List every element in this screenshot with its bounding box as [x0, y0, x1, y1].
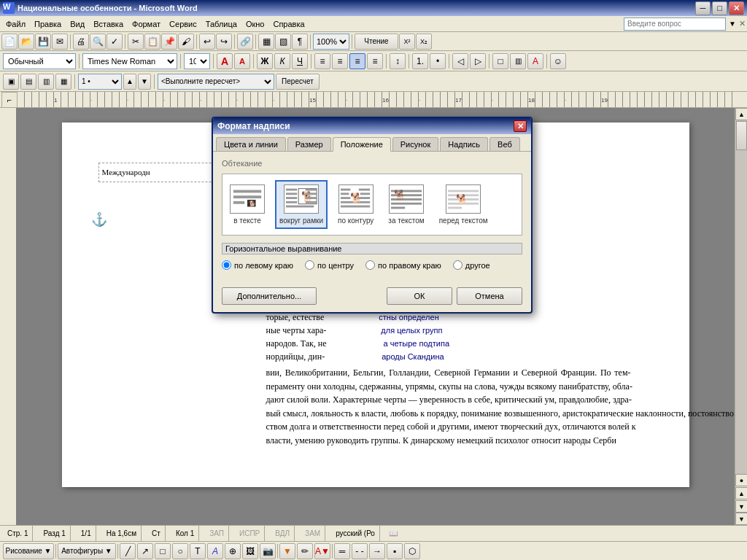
radio-other-label[interactable]: другое: [453, 260, 490, 270]
open-button[interactable]: 📂: [18, 34, 34, 50]
menu-table[interactable]: Таблица: [201, 18, 241, 30]
radio-right-label[interactable]: по правому краю: [365, 260, 441, 270]
extra-btn6[interactable]: ▼: [138, 74, 151, 90]
scroll-thumb[interactable]: [736, 121, 747, 150]
show-hide-button[interactable]: ¶: [292, 34, 308, 50]
indent-button[interactable]: ▷: [470, 53, 486, 69]
autoshapes-btn[interactable]: Автофигуры ▼: [58, 543, 116, 559]
align-center-button[interactable]: ≡: [332, 53, 348, 69]
radio-left-label[interactable]: по левому краю: [222, 260, 293, 270]
wrap-behind-text[interactable]: 🐕 за текстом: [384, 180, 428, 229]
align-left-button[interactable]: ≡: [314, 53, 330, 69]
align-right-button[interactable]: ≡: [349, 53, 365, 69]
close-button[interactable]: ✕: [729, 1, 744, 15]
scroll-track[interactable]: [735, 120, 747, 474]
tab-web[interactable]: Веб: [489, 137, 520, 151]
format-painter-button[interactable]: 🖌: [178, 34, 194, 50]
ok-button[interactable]: ОК: [387, 287, 452, 305]
line-btn[interactable]: ╱: [120, 543, 136, 559]
radio-center-label[interactable]: по центру: [305, 260, 354, 270]
table-button[interactable]: ▦: [258, 34, 274, 50]
radio-center[interactable]: [305, 260, 314, 270]
copy-button[interactable]: 📋: [144, 34, 160, 50]
outdent-button[interactable]: ◁: [452, 53, 468, 69]
cut-button[interactable]: ✂: [128, 34, 144, 50]
select-browse-object-button[interactable]: ●: [735, 474, 747, 486]
tab-size[interactable]: Размер: [287, 137, 331, 151]
font-size-select[interactable]: 10: [184, 53, 210, 69]
minimize-button[interactable]: ─: [695, 1, 711, 15]
drawing-menu-btn[interactable]: Рисование ▼: [3, 543, 54, 559]
print-preview-button[interactable]: 🔍: [90, 34, 106, 50]
dash-style-btn[interactable]: - -: [352, 543, 368, 559]
menu-help[interactable]: Справка: [268, 18, 309, 30]
extra-btn3[interactable]: ▥: [38, 74, 54, 90]
tab-textbox[interactable]: Надпись: [440, 137, 488, 151]
line-color-btn[interactable]: ✏: [297, 543, 313, 559]
advanced-button[interactable]: Дополнительно...: [222, 287, 317, 305]
tab-picture[interactable]: Рисунок: [392, 137, 439, 151]
next-page-button[interactable]: ▼: [735, 500, 747, 513]
tab-position[interactable]: Положение: [333, 137, 391, 152]
outside-borders-button[interactable]: □: [492, 53, 508, 69]
wrap-around-frame[interactable]: 🐕 вокруг рамки: [275, 180, 328, 229]
tab-colors-lines[interactable]: Цвета и линии: [216, 137, 286, 151]
new-button[interactable]: 📄: [1, 34, 18, 50]
subscript-button[interactable]: X₂: [416, 34, 432, 50]
shading-button[interactable]: ▥: [510, 53, 526, 69]
wrap-by-contour[interactable]: 🐕 по контуру: [333, 180, 378, 229]
oval-btn[interactable]: ○: [172, 543, 188, 559]
menu-tools[interactable]: Сервис: [165, 18, 201, 30]
arrow-style-btn[interactable]: →: [369, 543, 385, 559]
print-button[interactable]: 🖨: [73, 34, 89, 50]
line-spacing-button[interactable]: ↕: [390, 53, 406, 69]
numbering-button[interactable]: 1.: [412, 53, 428, 69]
wrap-in-text[interactable]: 🐕 в тексте: [225, 180, 269, 229]
ruler-tab-btn[interactable]: ⌐: [1, 92, 18, 108]
dialog-close-button[interactable]: ✕: [514, 120, 527, 132]
extra-btn2[interactable]: ▤: [20, 74, 36, 90]
clipart-btn[interactable]: 🖼: [242, 543, 258, 559]
wrap-before-text[interactable]: 🐕 перед текстом: [435, 180, 492, 229]
style-select[interactable]: Обычный: [3, 53, 76, 69]
maximize-button[interactable]: □: [712, 1, 727, 15]
image-btn[interactable]: 📷: [260, 543, 276, 559]
wordart-btn[interactable]: A: [207, 543, 223, 559]
extra-btn4[interactable]: ▦: [55, 74, 71, 90]
italic-button[interactable]: К: [274, 53, 290, 69]
3d-btn[interactable]: ⬡: [404, 543, 420, 559]
spellcheck-button[interactable]: ✓: [107, 34, 123, 50]
extra-btn1[interactable]: ▣: [3, 74, 19, 90]
radio-right[interactable]: [365, 260, 375, 270]
menu-insert[interactable]: Вставка: [89, 18, 128, 30]
calc-select[interactable]: <Выполните пересчет>: [158, 74, 274, 90]
zoom-select[interactable]: 100%: [313, 34, 349, 50]
emoji-button[interactable]: ☺: [550, 53, 566, 69]
menu-file[interactable]: Файл: [1, 18, 30, 30]
hyperlink-button[interactable]: 🔗: [237, 34, 253, 50]
email-button[interactable]: ✉: [52, 34, 68, 50]
save-button[interactable]: 💾: [35, 34, 51, 50]
diagram-btn[interactable]: ⊕: [225, 543, 241, 559]
radio-other[interactable]: [453, 260, 462, 270]
menu-format[interactable]: Формат: [128, 18, 165, 30]
menu-edit[interactable]: Правка: [30, 18, 66, 30]
textbox-btn[interactable]: T: [190, 543, 206, 559]
scroll-down-button[interactable]: ▼: [735, 513, 747, 525]
columns-button[interactable]: ▧: [275, 34, 291, 50]
format-textbox-dialog[interactable]: Формат надписи ✕ Цвета и линии Размер По…: [212, 117, 533, 314]
arrow-btn[interactable]: ↗: [137, 543, 153, 559]
decrease-font-button[interactable]: A: [234, 53, 250, 69]
help-close-icon[interactable]: ✕: [739, 19, 746, 28]
rect-btn[interactable]: □: [155, 543, 171, 559]
shadow-btn[interactable]: ▪: [387, 543, 403, 559]
recalc-button[interactable]: Пересчет: [276, 74, 320, 90]
radio-left[interactable]: [222, 260, 231, 270]
font-color-button[interactable]: A: [527, 53, 543, 69]
scroll-up-button[interactable]: ▲: [735, 108, 747, 120]
redo-button[interactable]: ↪: [216, 34, 232, 50]
bullets-button[interactable]: •: [430, 53, 446, 69]
menu-window[interactable]: Окно: [241, 18, 269, 30]
bold-button[interactable]: Ж: [257, 53, 273, 69]
cancel-button[interactable]: Отмена: [457, 287, 522, 305]
